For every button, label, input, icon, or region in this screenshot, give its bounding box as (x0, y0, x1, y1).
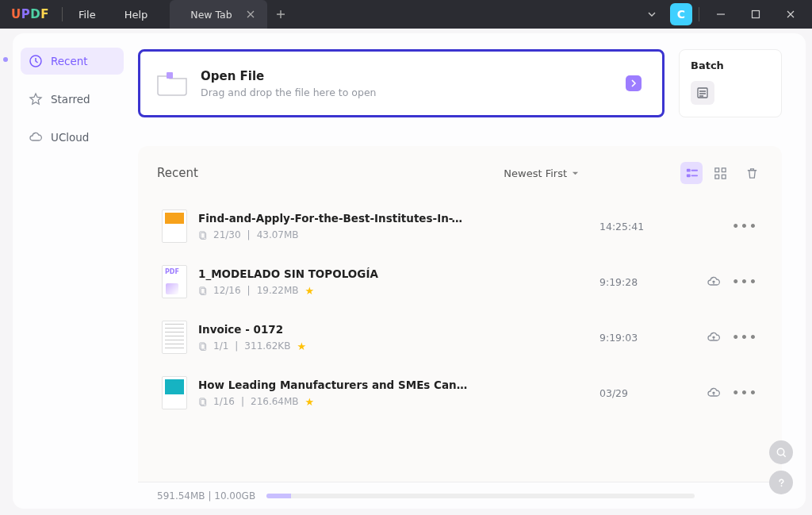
divider (699, 7, 699, 21)
main-panel: Recent Starred UCloud (13, 33, 806, 509)
svg-point-18 (777, 448, 783, 455)
star-icon: ★ (297, 340, 306, 352)
file-time: 14:25:41 (599, 221, 695, 233)
pages-icon (198, 231, 207, 240)
close-tab-icon[interactable] (245, 9, 256, 20)
file-name: How Leading Manufacturers and SMEs Can I… (198, 379, 468, 391)
recent-section: Recent Newest First (138, 146, 782, 482)
tab-overflow-button[interactable] (638, 1, 665, 28)
pages-icon (198, 286, 207, 295)
svg-point-19 (780, 485, 782, 486)
app-logo: UPDF (0, 7, 60, 21)
open-file-go-button[interactable] (626, 75, 642, 91)
grid-view-button[interactable] (709, 162, 731, 184)
sort-dropdown[interactable]: Newest First (504, 167, 579, 179)
open-file-dropzone[interactable]: Open File Drag and drop the file here to… (138, 49, 665, 117)
delete-button[interactable] (741, 162, 763, 184)
cloud-upload-icon[interactable] (707, 330, 721, 344)
divider (62, 7, 63, 21)
section-heading: Recent (157, 166, 198, 180)
file-size: 216.64MB (251, 396, 299, 407)
svg-rect-0 (753, 11, 760, 18)
title-bar: UPDF File Help New Tab C (0, 0, 812, 29)
file-pages: 12/16 (213, 285, 241, 296)
more-button[interactable]: ••• (732, 331, 758, 344)
folder-icon (156, 70, 188, 97)
batch-card: Batch (679, 49, 782, 117)
cloud-upload-icon[interactable] (707, 275, 721, 289)
file-pages: 1/1 (213, 340, 228, 352)
tab-new[interactable]: New Tab (170, 0, 266, 29)
pages-icon (198, 342, 207, 351)
active-indicator (3, 57, 8, 62)
file-size: 43.07MB (257, 229, 299, 240)
svg-rect-7 (722, 167, 726, 171)
open-file-subtitle: Drag and drop the file here to open (201, 86, 377, 98)
storage-progress (266, 494, 695, 498)
file-row[interactable]: 1_MODELADO SIN TOPOLOGÍA12/16|19.22MB★9:… (157, 254, 763, 309)
pages-icon (198, 398, 207, 406)
more-button[interactable]: ••• (732, 275, 758, 288)
file-row[interactable]: How Leading Manufacturers and SMEs Can I… (157, 365, 763, 421)
svg-rect-2 (167, 72, 173, 79)
sidebar-item-ucloud[interactable]: UCloud (21, 124, 124, 151)
sidebar: Recent Starred UCloud (13, 33, 132, 509)
file-row[interactable]: Find-and-Apply-For-the-Best-Institutes-I… (157, 198, 763, 254)
file-thumbnail (162, 321, 187, 354)
logo-letter: P (21, 7, 31, 21)
help-fab[interactable] (769, 471, 793, 494)
storage-text: 591.54MB | 10.00GB (157, 490, 255, 502)
sort-label: Newest First (504, 167, 567, 179)
sidebar-item-recent[interactable]: Recent (21, 48, 124, 75)
sidebar-item-starred[interactable]: Starred (21, 86, 124, 113)
chevron-down-icon (572, 170, 579, 177)
star-icon: ★ (305, 285, 315, 297)
batch-label: Batch (691, 60, 770, 71)
tab-title: New Tab (190, 9, 232, 21)
close-window-button[interactable] (776, 0, 806, 29)
logo-letter: U (11, 7, 21, 21)
batch-button[interactable] (691, 81, 714, 105)
logo-letter: F (40, 7, 49, 21)
minimize-button[interactable] (706, 0, 736, 29)
file-thumbnail (162, 376, 187, 409)
add-tab-button[interactable] (267, 1, 294, 28)
left-gutter (0, 29, 13, 515)
list-view-button[interactable] (680, 162, 703, 184)
svg-rect-6 (714, 167, 718, 171)
svg-rect-8 (714, 175, 718, 179)
file-thumbnail (162, 209, 187, 243)
clock-icon (29, 54, 43, 68)
file-thumbnail (162, 265, 187, 298)
storage-bar: 591.54MB | 10.00GB (138, 482, 782, 509)
star-icon: ★ (305, 396, 315, 408)
file-time: 03/29 (599, 387, 695, 399)
cloud-upload-icon[interactable] (707, 386, 721, 400)
file-size: 19.22MB (257, 285, 299, 296)
logo-letter: D (30, 7, 40, 21)
search-fab[interactable] (769, 440, 793, 464)
file-list: Find-and-Apply-For-the-Best-Institutes-I… (157, 198, 763, 482)
star-icon (29, 92, 43, 106)
maximize-button[interactable] (741, 0, 771, 29)
file-time: 9:19:03 (599, 332, 695, 344)
sidebar-label: UCloud (51, 131, 89, 144)
file-row[interactable]: Invoice - 01721/1|311.62KB★9:19:03••• (157, 309, 763, 365)
file-name: Find-and-Apply-For-the-Best-Institutes-I… (198, 212, 468, 225)
file-pages: 21/30 (213, 229, 241, 240)
cloud-icon (29, 130, 43, 144)
file-time: 9:19:28 (599, 276, 695, 288)
menu-file[interactable]: File (64, 9, 110, 21)
svg-rect-5 (686, 174, 690, 177)
open-file-title: Open File (201, 69, 377, 83)
more-button[interactable]: ••• (732, 220, 758, 233)
file-pages: 1/16 (213, 396, 235, 407)
menu-help[interactable]: Help (110, 9, 163, 21)
file-name: 1_MODELADO SIN TOPOLOGÍA (198, 267, 468, 280)
user-avatar[interactable]: C (670, 3, 692, 25)
more-button[interactable]: ••• (732, 386, 758, 399)
sidebar-label: Recent (51, 55, 88, 67)
svg-rect-9 (722, 175, 726, 179)
sidebar-label: Starred (51, 93, 90, 106)
svg-rect-4 (686, 168, 690, 171)
